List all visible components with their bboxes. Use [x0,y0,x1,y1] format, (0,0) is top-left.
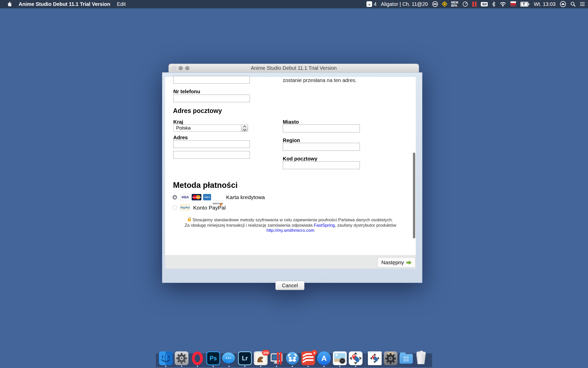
phone-label: Nr telefonu [173,89,200,95]
keyboard-icon[interactable] [481,2,488,6]
city-label: Miasto [283,119,299,125]
memory-status: MEM85% [451,1,458,7]
photoshop-icon: Ps [206,351,220,365]
address-field-1[interactable] [173,140,250,148]
menubar-app-name[interactable]: Anime Studio Debut 11.1 Trial Version [19,1,110,7]
country-label: Kraj [173,119,183,125]
bluetooth-icon[interactable] [492,2,495,7]
paypal-icon: PayPal [180,204,190,211]
dock-item-lightroom[interactable]: Lr [237,353,253,367]
parallels-toolbox-icon[interactable]: » 4 [366,1,376,7]
parallels-pause-icon[interactable] [472,2,476,7]
toolbox-count: 4 [374,1,376,7]
country-select[interactable]: Polska [173,124,248,132]
notification-center-icon[interactable] [580,2,585,6]
window-titlebar[interactable]: Anime Studio Debut 11.1 Trial Version [168,64,419,72]
visa-card-icon: VISA [180,194,190,200]
dock-item-photos[interactable] [332,353,348,367]
dock-item-todoist[interactable]: 4 [300,353,316,367]
apple-menu-icon[interactable] [8,2,12,7]
dock-item-anime-studio[interactable] [348,353,364,367]
window-title: Anime Studio Debut 11.1 Trial Version [251,65,337,71]
battery-charging-icon[interactable] [520,2,529,7]
transaction-note: Za obsługę niniejszej transakcji i reali… [165,223,416,233]
next-arrow-icon [406,260,412,265]
email-field-partial[interactable] [173,76,250,84]
cancel-button[interactable]: Cancel [275,281,304,290]
wifi-icon[interactable] [500,2,506,7]
close-window-button[interactable] [172,66,176,70]
select-stepper-icon [241,125,248,131]
dock-item-mail[interactable]: 320 [253,353,269,367]
lightroom-icon: Lr [238,351,252,365]
alfred-hat-icon[interactable] [560,1,566,7]
dock-item-finder[interactable] [158,353,174,367]
speedometer-icon[interactable] [462,1,468,7]
city-field[interactable] [283,124,360,132]
address-label: Adres [173,135,188,141]
menubar-clock[interactable]: Wt. 13:03 [534,1,556,7]
dock-item-messages[interactable]: ••• [221,353,237,367]
dock-item-photoshop[interactable]: Ps [205,353,221,367]
dock-item-opera[interactable] [190,353,205,367]
order-form-content: zostanie przesłana na ten adres. Nr tele… [165,77,416,269]
trash-full-icon [415,352,427,364]
wizard-footer: Następny [165,255,416,269]
credit-card-option-label[interactable]: Karta kredytowa [226,194,265,200]
intro-text: zostanie przesłana na ten adres. [283,77,357,83]
minimize-window-button[interactable] [179,66,183,70]
window-body: zostanie przesłana na ten adres. Nr tele… [162,72,422,283]
dock-item-app-store[interactable]: A [316,353,332,367]
dock-separator [365,354,365,367]
messages-icon: ••• [222,352,235,363]
address-section-title: Adres pocztowy [173,107,222,114]
amex-card-icon: AMEX [203,194,211,200]
phone-field[interactable] [173,95,250,102]
address-field-2[interactable] [173,151,250,159]
dock-item-windows-shared-folder[interactable] [399,353,414,367]
postal-code-label: Kod pocztowy [283,156,317,162]
adobe-creative-cloud-icon[interactable] [432,1,438,7]
app-store-icon: A [317,351,331,365]
dock-item-system-preferences[interactable] [174,353,190,367]
credit-card-radio[interactable] [173,195,177,200]
paypal-option-label[interactable]: Konto PayPal [193,205,226,211]
dock-item-viking-app[interactable] [285,353,300,367]
running-indicator [165,366,166,367]
spotlight-search-icon[interactable] [570,2,575,7]
dock-item-utility-gears[interactable] [383,353,399,367]
channel-status-label[interactable]: Aligator | Ch. 11@20 [381,1,428,7]
region-field[interactable] [283,143,360,151]
paypal-radio[interactable] [173,205,177,210]
dock-item-trash[interactable] [414,353,430,367]
region-label: Region [283,137,300,143]
windows-folder-icon [400,354,413,364]
smithmicro-link[interactable]: http://my.smithmicro.com [266,228,314,233]
poland-flag-pro-icon[interactable]: PRO [510,1,516,7]
vertical-scrollbar-thumb[interactable] [413,153,415,238]
postal-code-field[interactable] [283,161,360,169]
menu-edit[interactable]: Edit [117,1,126,7]
mail-badge: 320 [262,350,270,355]
order-dialog-window: Anime Studio Debut 11.1 Trial Version zo… [162,64,422,283]
security-note: Stosujemy standardowe metody szyfrowania… [165,217,416,223]
zoom-window-button[interactable] [185,66,189,70]
lock-icon [188,219,191,221]
dock: Ps ••• Lr 320 4 A [156,353,433,367]
mastercard-icon: MasterCard [192,194,201,200]
next-button[interactable]: Następny [377,257,415,268]
dock-item-anime-studio-alias[interactable] [367,353,383,367]
todoist-badge: 4 [312,350,317,355]
payment-section-title: Metoda płatności [173,181,238,190]
fastspring-link[interactable]: FastSpring [314,223,335,228]
menu-bar: Anime Studio Debut 11.1 Trial Version Ed… [0,0,588,8]
memory-warning-icon[interactable] [443,2,447,6]
dock-item-parallels-desktop[interactable] [269,353,285,367]
